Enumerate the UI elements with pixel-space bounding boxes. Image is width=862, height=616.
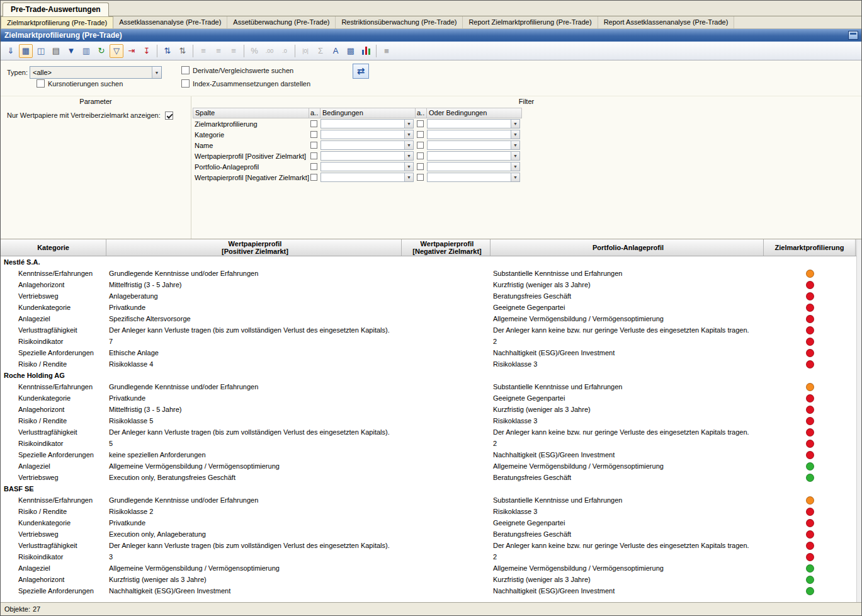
sub-tab-2[interactable]: Assetklassenanalyse (Pre-Trade) (113, 16, 227, 28)
table-row[interactable]: AnlagezielAllgemeine Vermögensbildung / … (1, 562, 861, 574)
typen-dropdown[interactable]: <alle> ▼ (30, 66, 162, 79)
chart-icon[interactable] (359, 44, 373, 58)
table-row[interactable]: Spezielle AnforderungenEthische AnlageNa… (1, 347, 861, 358)
chevron-down-icon[interactable]: ▼ (404, 120, 413, 128)
derivate-checkbox[interactable] (181, 66, 190, 74)
filter-or-condition-dropdown[interactable]: ▼ (427, 130, 520, 139)
column-header-wertpapierprofil-positiv[interactable]: Wertpapierprofil[Positiver Zielmarkt] (106, 239, 402, 256)
index-checkbox[interactable] (181, 79, 190, 88)
filter-and-checkbox[interactable] (310, 174, 317, 181)
filter-and-checkbox[interactable] (310, 142, 317, 149)
chevron-down-icon[interactable]: ▼ (511, 130, 519, 139)
chevron-down-icon[interactable]: ▼ (404, 152, 413, 160)
vertical-scrollbar[interactable] (856, 239, 861, 602)
filter-col-oder-bedingungen[interactable]: Oder Bedingungen (427, 108, 522, 118)
filter-or-condition-dropdown[interactable]: ▼ (427, 140, 520, 150)
chevron-down-icon[interactable]: ▼ (404, 173, 413, 181)
chevron-down-icon[interactable]: ▼ (404, 163, 413, 171)
sort-ascending-icon[interactable]: ⇅ (161, 44, 174, 58)
table-row[interactable]: Risiko / RenditeRisikoklasse 4Risikoklas… (1, 358, 861, 370)
table-row[interactable]: KundenkategoriePrivatkundeGeeignete Gege… (1, 302, 861, 313)
filter-or-checkbox[interactable] (417, 120, 424, 127)
goto-next-icon[interactable]: ⇥ (125, 44, 139, 58)
filter-and-checkbox[interactable] (310, 120, 317, 127)
table-row[interactable]: Kenntnisse/ErfahrungenGrundlegende Kennt… (1, 494, 861, 506)
table-row[interactable]: AnlagehorizontKurzfristig (weniger als 3… (1, 574, 861, 585)
panel-toggle-icon[interactable] (848, 31, 858, 40)
filter-col-bedingungen[interactable]: Bedingungen (320, 108, 416, 118)
vertreiberzielmarkt-checkbox[interactable] (165, 111, 173, 120)
table-row[interactable]: Kenntnisse/ErfahrungenGrundlegende Kennt… (1, 268, 861, 279)
filter-condition-dropdown[interactable]: ▼ (320, 162, 414, 171)
table-row[interactable]: VertriebswegExecution only, Anlageberatu… (1, 528, 861, 540)
table-row[interactable]: Risikoindikator72 (1, 336, 861, 347)
table-row[interactable]: Risiko / RenditeRisikoklasse 2Risikoklas… (1, 506, 861, 517)
filter-or-checkbox[interactable] (417, 174, 424, 181)
table-row[interactable]: VertriebswegAnlageberatungBeratungsfreie… (1, 290, 861, 302)
filter-and-checkbox[interactable] (310, 152, 317, 159)
filter-col-aktiv-2[interactable]: a.. (416, 108, 427, 118)
column-header-zielmarktprofilierung[interactable]: Zielmarktprofilierung (764, 239, 856, 256)
filter-or-condition-dropdown[interactable]: ▼ (427, 119, 520, 128)
chevron-down-icon[interactable]: ▼ (152, 67, 161, 78)
goto-down-icon[interactable]: ↧ (140, 44, 154, 58)
font-icon[interactable]: A (329, 44, 343, 58)
chevron-down-icon[interactable]: ▼ (404, 130, 413, 139)
filter-icon[interactable]: ▽ (110, 44, 123, 58)
table-row[interactable]: VerlusttragfähigkeitDer Anleger kann Ver… (1, 540, 861, 551)
filter-condition-dropdown[interactable]: ▼ (320, 140, 414, 150)
table-row[interactable]: Spezielle Anforderungenkeine speziellen … (1, 449, 861, 460)
column-layout-icon[interactable]: ▥ (79, 44, 93, 58)
filter-condition-dropdown[interactable]: ▼ (320, 173, 414, 182)
filter-condition-dropdown[interactable]: ▼ (320, 119, 414, 128)
filter-condition-dropdown[interactable]: ▼ (320, 151, 414, 161)
filter-or-condition-dropdown[interactable]: ▼ (427, 162, 520, 171)
filter-or-checkbox[interactable] (417, 163, 424, 170)
table-row[interactable]: KundenkategoriePrivatkundeGeeignete Gege… (1, 517, 861, 528)
table-row[interactable]: Risiko / RenditeRisikoklasse 5Risikoklas… (1, 415, 861, 426)
grid-icon[interactable]: ▩ (344, 44, 358, 58)
chevron-down-icon[interactable]: ▼ (511, 120, 519, 128)
table-row[interactable]: VerlusttragfähigkeitDer Anleger kann Ver… (1, 324, 861, 336)
column-header-portfolio-anlageprofil[interactable]: Portfolio-Anlageprofil (491, 239, 764, 256)
sort-descending-icon[interactable]: ⇅ (176, 44, 190, 58)
window-copy-icon[interactable]: ◫ (34, 44, 48, 58)
table-row[interactable]: Kenntnisse/ErfahrungenGrundlegende Kennt… (1, 381, 861, 392)
chevron-down-icon[interactable]: ▼ (511, 173, 519, 181)
filter-and-checkbox[interactable] (310, 163, 317, 170)
column-header-kategorie[interactable]: Kategorie (1, 239, 106, 256)
refresh-search-button[interactable]: ⇄ (353, 64, 369, 79)
filter-or-condition-dropdown[interactable]: ▼ (427, 151, 520, 161)
column-header-wertpapierprofil-negativ[interactable]: Wertpapierprofil[Negativer Zielmarkt] (402, 239, 491, 256)
export-layout-icon[interactable]: ⇓ (4, 44, 18, 58)
print-icon[interactable]: ▤ (49, 44, 63, 58)
sub-tab-4[interactable]: Restriktionsüberwachung (Pre-Trade) (336, 16, 463, 28)
table-row[interactable]: AnlagehorizontMittelfristig (3 - 5 Jahre… (1, 404, 861, 415)
tab-pre-trade-auswertungen[interactable]: Pre-Trade-Auswertungen (3, 3, 109, 16)
table-row[interactable]: AnlagezielAllgemeine Vermögensbildung / … (1, 460, 861, 472)
table-row[interactable]: AnlagezielSpezifische AltersvorsorgeAllg… (1, 313, 861, 324)
filter-or-checkbox[interactable] (417, 142, 424, 149)
table-row[interactable]: Risikoindikator32 (1, 551, 861, 562)
table-row[interactable]: VerlusttragfähigkeitDer Anleger kann Ver… (1, 426, 861, 438)
sub-tab-6[interactable]: Report Assetklassenanalyse (Pre-Trade) (598, 16, 735, 28)
filter-and-checkbox[interactable] (310, 131, 317, 138)
chevron-down-icon[interactable]: ▼ (511, 152, 519, 160)
table-row[interactable]: KundenkategoriePrivatkundeGeeignete Gege… (1, 392, 861, 404)
sub-tab-1[interactable]: Zielmarktprofilierung (Pre-Trade) (1, 16, 113, 28)
filter-col-aktiv[interactable]: a.. (309, 108, 320, 118)
filter-or-checkbox[interactable] (417, 152, 424, 159)
kursnotierungen-checkbox[interactable] (37, 79, 45, 88)
table-row[interactable]: Spezielle AnforderungenNachhaltigkeit (E… (1, 585, 861, 596)
chevron-down-icon[interactable]: ▼ (511, 163, 519, 171)
chart-layout-icon[interactable]: ▦ (19, 44, 33, 58)
refresh-icon[interactable]: ↻ (94, 44, 108, 58)
chevron-down-icon[interactable]: ▼ (404, 141, 413, 149)
chevron-down-icon[interactable]: ▼ (511, 141, 519, 149)
table-row[interactable]: AnlagehorizontMittelfristig (3 - 5 Jahre… (1, 279, 861, 290)
filter-condition-dropdown[interactable]: ▼ (320, 130, 414, 139)
filter-or-checkbox[interactable] (417, 131, 424, 138)
filter-or-condition-dropdown[interactable]: ▼ (427, 173, 520, 182)
sub-tab-5[interactable]: Report Zielmarktprofilierung (Pre-Trade) (463, 16, 598, 28)
sub-tab-3[interactable]: Assetüberwachung (Pre-Trade) (227, 16, 336, 28)
